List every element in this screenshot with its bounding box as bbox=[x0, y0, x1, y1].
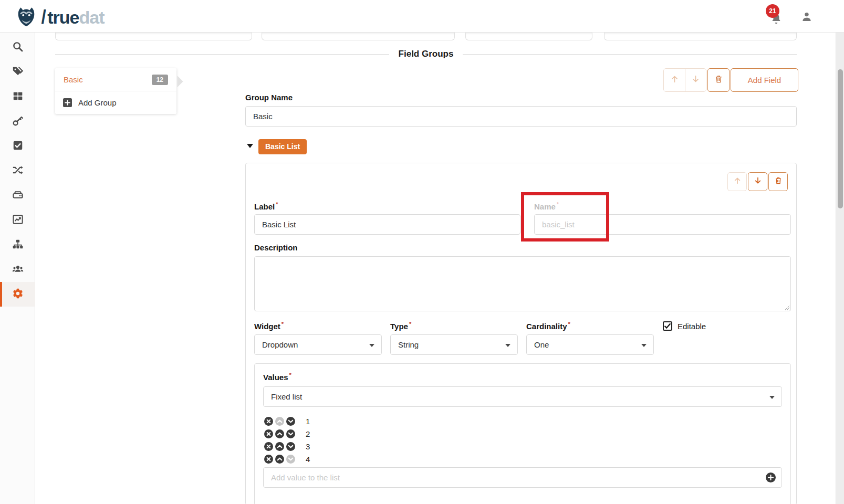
key-icon bbox=[12, 115, 24, 129]
remove-value-icon[interactable] bbox=[264, 455, 273, 464]
sidebar-item-users[interactable] bbox=[0, 257, 35, 282]
page-title: Field Groups bbox=[389, 49, 463, 59]
move-value-up-icon bbox=[275, 417, 284, 426]
sidebar-item-permissions[interactable] bbox=[0, 109, 35, 134]
move-value-up-icon[interactable] bbox=[275, 429, 284, 438]
group-item-basic[interactable]: Basic 12 bbox=[55, 68, 176, 91]
move-buttons-group bbox=[663, 68, 706, 92]
divider-line bbox=[55, 54, 389, 55]
move-field-down-button[interactable] bbox=[748, 172, 767, 191]
scrollbar-thumb[interactable] bbox=[838, 69, 843, 208]
group-name-input[interactable] bbox=[245, 106, 797, 127]
notification-count-badge: 21 bbox=[766, 4, 779, 18]
chart-line-icon bbox=[12, 214, 24, 227]
move-value-up-icon[interactable] bbox=[275, 442, 284, 451]
move-group-up-button[interactable] bbox=[664, 69, 685, 91]
delete-group-button[interactable] bbox=[707, 68, 730, 92]
sidebar-item-settings[interactable] bbox=[0, 282, 35, 307]
move-value-down-icon[interactable] bbox=[286, 417, 295, 426]
section-title-row: Field Groups bbox=[55, 49, 797, 59]
move-group-down-button[interactable] bbox=[685, 69, 706, 91]
sidebar-item-tags[interactable] bbox=[0, 60, 35, 85]
arrow-up-icon bbox=[733, 176, 742, 187]
name-input-wrap bbox=[534, 214, 791, 235]
truncated-input-4[interactable] bbox=[604, 33, 797, 40]
settings-gear-icon bbox=[12, 288, 24, 301]
editable-checkbox-label: Editable bbox=[678, 322, 706, 331]
left-nav-sidebar bbox=[0, 33, 35, 504]
sitemap-icon bbox=[12, 238, 24, 252]
values-field-label: Values* bbox=[263, 372, 291, 382]
collapse-caret-icon[interactable] bbox=[247, 144, 253, 148]
truedat-logo[interactable]: / truedat bbox=[15, 5, 105, 30]
truncated-input-3[interactable] bbox=[465, 33, 592, 40]
chevron-down-icon bbox=[641, 344, 647, 347]
chevron-right-icon bbox=[176, 76, 184, 84]
move-value-down-icon bbox=[286, 455, 295, 464]
sidebar-item-tasks[interactable] bbox=[0, 134, 35, 159]
required-asterisk: * bbox=[276, 201, 278, 207]
add-value-input[interactable] bbox=[263, 467, 782, 488]
remove-value-icon[interactable] bbox=[264, 417, 273, 426]
group-name-field-label: Group Name bbox=[245, 93, 293, 102]
plus-circle-icon[interactable] bbox=[766, 472, 776, 482]
truncated-input-2[interactable] bbox=[262, 33, 455, 40]
sidebar-item-dashboards[interactable] bbox=[0, 208, 35, 233]
delete-field-button[interactable] bbox=[768, 172, 788, 191]
sidebar-item-relations[interactable] bbox=[0, 159, 35, 183]
field-card-buttons bbox=[726, 172, 788, 191]
description-textarea[interactable] bbox=[254, 256, 791, 311]
group-count-badge: 12 bbox=[152, 75, 168, 85]
label-input-wrap bbox=[254, 214, 520, 235]
cardinality-field-label: Cardinality* bbox=[526, 321, 570, 331]
value-text: 1 bbox=[306, 417, 310, 426]
widget-select-value: Dropdown bbox=[262, 340, 298, 349]
sidebar-item-modules[interactable] bbox=[0, 85, 35, 109]
value-list-item: 2 bbox=[264, 427, 310, 440]
trash-icon bbox=[714, 75, 723, 86]
shuffle-icon bbox=[12, 164, 24, 178]
add-group-button[interactable]: Add Group bbox=[55, 91, 176, 114]
arrow-down-icon bbox=[691, 75, 700, 86]
value-text: 3 bbox=[306, 442, 310, 451]
truncated-input-1[interactable] bbox=[55, 33, 252, 40]
notifications-button[interactable]: 21 bbox=[766, 4, 787, 28]
owl-logo-icon bbox=[15, 5, 38, 30]
type-select[interactable]: String bbox=[390, 334, 518, 355]
add-field-button[interactable]: Add Field bbox=[731, 68, 798, 92]
move-value-down-icon[interactable] bbox=[286, 429, 295, 438]
type-field-label: Type* bbox=[390, 321, 411, 331]
widget-select[interactable]: Dropdown bbox=[254, 334, 382, 355]
label-field-label: Label* bbox=[254, 201, 278, 211]
textarea-resize-grip[interactable] bbox=[785, 305, 790, 310]
label-input[interactable] bbox=[254, 214, 520, 235]
group-name-input-wrap bbox=[245, 106, 797, 127]
sidebar-item-search[interactable] bbox=[0, 35, 35, 60]
checkmark-icon bbox=[664, 322, 671, 330]
user-icon[interactable] bbox=[800, 10, 813, 23]
move-field-up-button[interactable] bbox=[727, 172, 747, 191]
move-value-down-icon[interactable] bbox=[286, 442, 295, 451]
chevron-down-icon bbox=[369, 344, 374, 347]
app-window: / truedat 21 Field bbox=[0, 0, 844, 504]
field-tag-basic-list[interactable]: Basic List bbox=[258, 139, 307, 154]
field-editor-card: Label* Name* Description Widget* Dropdow… bbox=[245, 163, 797, 504]
editable-checkbox[interactable] bbox=[663, 321, 672, 331]
sidebar-item-systems[interactable] bbox=[0, 183, 35, 208]
cardinality-select[interactable]: One bbox=[526, 334, 654, 355]
server-icon bbox=[12, 189, 24, 203]
remove-value-icon[interactable] bbox=[264, 442, 273, 451]
arrow-up-icon bbox=[670, 75, 679, 86]
values-source-select[interactable]: Fixed list bbox=[263, 386, 782, 407]
logo-text: truedat bbox=[47, 7, 104, 28]
add-field-label: Add Field bbox=[748, 76, 781, 85]
scrollbar-track[interactable] bbox=[836, 33, 844, 504]
sidebar-item-lineage[interactable] bbox=[0, 233, 35, 257]
values-source-value: Fixed list bbox=[271, 392, 302, 401]
remove-value-icon[interactable] bbox=[264, 429, 273, 438]
move-value-up-icon[interactable] bbox=[275, 455, 284, 464]
name-input[interactable] bbox=[534, 214, 791, 235]
type-select-value: String bbox=[398, 340, 419, 349]
divider-line bbox=[463, 54, 797, 55]
value-list-item: 1 bbox=[264, 415, 310, 427]
